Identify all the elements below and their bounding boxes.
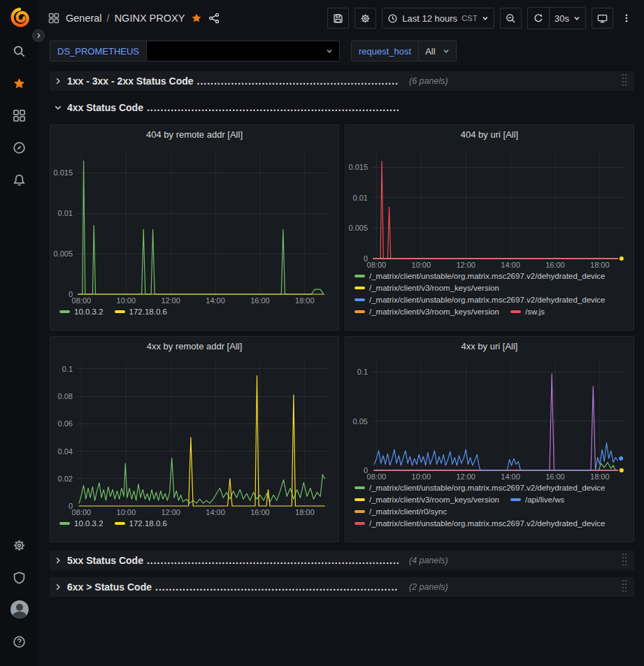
page-title: NGINX PROXY [115, 13, 185, 24]
svg-text:08:00: 08:00 [367, 261, 387, 269]
panel-404-by-remote-addr: 404 by remote addr [All] 08:0010:0012:00… [50, 124, 339, 331]
legend-item[interactable]: /_matrix/client/unstable/org.matrix.msc2… [355, 296, 606, 304]
grafana-app: General / NGINX PROXY [0, 0, 644, 666]
grafana-logo-icon[interactable] [9, 7, 30, 28]
legend-series-marker [355, 298, 365, 301]
legend-series-marker [510, 498, 521, 501]
row-1xx-3xx-2xx[interactable]: 1xx - 3xx - 2xx Status Code.............… [50, 71, 634, 91]
row-drag-handle[interactable] [622, 74, 628, 88]
timezone-label: CST [461, 14, 478, 22]
svg-text:08:00: 08:00 [72, 508, 92, 516]
legend-item[interactable]: /_matrix/client/v3/room_keys/version [355, 284, 499, 292]
legend-item[interactable]: 172.18.0.6 [115, 307, 167, 316]
request-host-variable-value[interactable]: All [419, 41, 456, 61]
legend-item[interactable]: /_matrix/client/unstable/org.matrix.msc2… [355, 272, 606, 280]
help-icon[interactable] [5, 626, 34, 657]
row-panel-count: (6 panels) [409, 76, 448, 86]
legend-series-marker [355, 287, 365, 289]
dashboard-settings-button[interactable] [355, 8, 376, 29]
legend-series-label: /_matrix/client/unstable/org.matrix.msc2… [369, 296, 606, 304]
legend-item[interactable]: /_matrix/client/r0/sync [355, 507, 447, 516]
time-series-chart[interactable]: 08:0010:0012:0014:0016:0018:0000.0050.01… [345, 144, 634, 270]
legend-item[interactable]: 172.18.0.6 [115, 519, 167, 528]
profile-avatar[interactable] [5, 594, 34, 625]
legend-item[interactable]: /sw.js [510, 307, 545, 316]
legend-series-label: 172.18.0.6 [129, 307, 167, 316]
legend-item[interactable]: 10.0.3.2 [59, 307, 103, 316]
sidebar-expand-button[interactable] [32, 29, 45, 42]
row-leader-dots: ........................................… [155, 581, 399, 593]
svg-text:0: 0 [69, 502, 73, 510]
time-range-picker[interactable]: Last 12 hours CST [382, 8, 494, 29]
server-admin-shield-icon[interactable] [5, 562, 34, 593]
row-5xx[interactable]: 5xx Status Code.........................… [50, 551, 634, 570]
svg-text:12:00: 12:00 [456, 472, 475, 481]
save-dashboard-button[interactable] [327, 8, 349, 29]
favorite-star-icon[interactable] [191, 13, 202, 24]
configuration-gear-icon[interactable] [5, 530, 34, 560]
explore-compass-icon[interactable] [5, 132, 34, 163]
panel-title[interactable]: 4xx by remote addr [All] [50, 337, 338, 356]
legend-item[interactable]: /_matrix/client/v3/room_keys/version [355, 307, 499, 316]
svg-text:12:00: 12:00 [161, 296, 180, 305]
svg-text:0.015: 0.015 [53, 168, 73, 177]
legend-item[interactable]: /_matrix/client/unstable/org.matrix.msc2… [355, 484, 606, 492]
time-range-label: Last 12 hours [402, 13, 457, 24]
kiosk-mode-button[interactable] [592, 8, 613, 29]
time-series-chart[interactable]: 08:0010:0012:0014:0016:0018:0000.020.040… [50, 356, 338, 518]
legend: /_matrix/client/unstable/org.matrix.msc2… [345, 482, 634, 538]
share-icon[interactable] [208, 13, 220, 24]
legend-series-label: /_matrix/client/unstable/org.matrix.msc2… [369, 272, 606, 280]
svg-text:18:00: 18:00 [295, 296, 315, 305]
clock-icon [387, 13, 398, 24]
datasource-variable-value[interactable] [147, 41, 340, 61]
datasource-variable-label[interactable]: DS_PROMETHEUS [50, 41, 147, 61]
row-drag-handle[interactable] [622, 580, 628, 594]
legend-series-label: 10.0.3.2 [74, 307, 103, 316]
legend-item[interactable]: /_matrix/client/v3/room_keys/version [355, 495, 499, 504]
time-series-chart[interactable]: 08:0010:0012:0014:0016:0018:0000.0050.01… [50, 144, 338, 306]
row-4xx[interactable]: 4xx Status Code.........................… [50, 98, 634, 117]
legend-item[interactable]: /api/live/ws [510, 495, 564, 504]
zoom-out-time-button[interactable] [500, 8, 522, 29]
row-drag-handle[interactable] [622, 553, 628, 567]
legend-series-label: /_matrix/client/r0/sync [369, 507, 447, 516]
more-options-button[interactable] [619, 8, 634, 29]
dashboards-icon[interactable] [5, 100, 34, 131]
svg-text:16:00: 16:00 [545, 472, 565, 481]
chevron-right-icon [54, 556, 62, 565]
svg-text:10:00: 10:00 [412, 472, 431, 481]
variable-ds-prometheus: DS_PROMETHEUS [50, 41, 340, 61]
refresh-button[interactable] [528, 8, 549, 29]
legend-series-label: 10.0.3.2 [74, 519, 103, 528]
svg-text:0.005: 0.005 [53, 249, 73, 258]
chevron-right-icon [54, 77, 62, 85]
legend-item[interactable]: 10.0.3.2 [59, 519, 103, 528]
svg-text:0.005: 0.005 [348, 224, 368, 232]
time-series-chart[interactable]: 08:0010:0012:0014:0016:0018:0000.050.1 [345, 356, 634, 482]
request-host-variable-label[interactable]: request_host [351, 41, 419, 61]
panel-title[interactable]: 404 by uri [All] [345, 125, 634, 144]
legend-item[interactable]: /_matrix/client/unstable/org.matrix.msc2… [355, 519, 606, 528]
dashboard-canvas: 1xx - 3xx - 2xx Status Code.............… [38, 70, 644, 666]
panel-title[interactable]: 4xx by uri [All] [345, 337, 634, 356]
refresh-controls: 30s [527, 7, 586, 29]
row-title: 1xx - 3xx - 2xx Status Code [67, 75, 194, 87]
alerting-bell-icon[interactable] [5, 164, 34, 195]
search-icon[interactable] [5, 36, 34, 66]
legend-series-marker [115, 522, 125, 525]
refresh-interval-dropdown[interactable]: 30s [549, 8, 585, 29]
variables-bar: DS_PROMETHEUS request_host All [38, 36, 644, 70]
row-6xx[interactable]: 6xx > Status Code.......................… [50, 577, 634, 597]
svg-text:0: 0 [364, 466, 368, 475]
caret-down-icon [326, 48, 333, 55]
starred-icon[interactable] [5, 68, 34, 99]
svg-text:0.08: 0.08 [58, 392, 73, 400]
svg-text:0: 0 [364, 254, 368, 263]
svg-text:0.05: 0.05 [353, 417, 368, 426]
breadcrumb-separator: / [107, 13, 110, 24]
breadcrumb-folder[interactable]: General [66, 13, 102, 24]
svg-text:10:00: 10:00 [412, 261, 431, 269]
legend: 10.0.3.2172.18.0.6 [50, 518, 338, 536]
panel-title[interactable]: 404 by remote addr [All] [50, 125, 338, 144]
